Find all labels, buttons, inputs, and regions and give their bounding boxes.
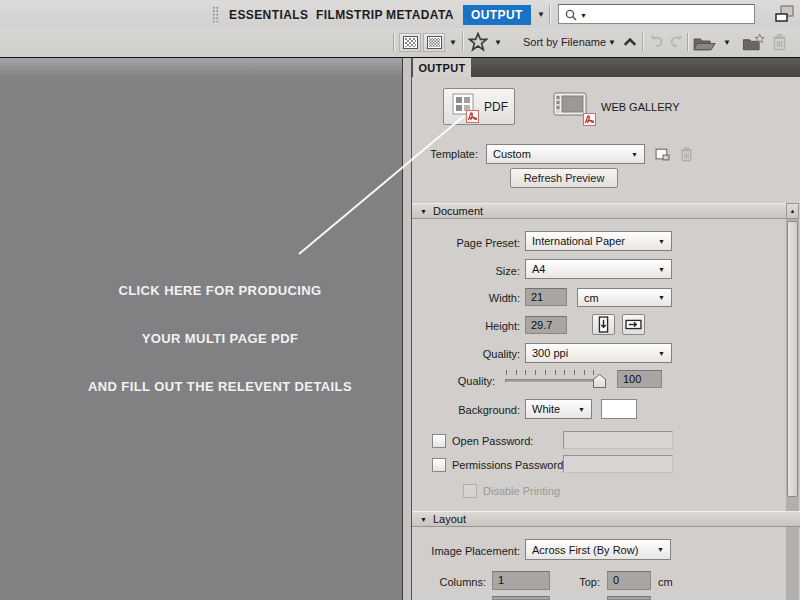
top-margin-input[interactable]: 0 bbox=[607, 571, 651, 590]
web-gallery-label[interactable]: WEB GALLERY bbox=[601, 101, 680, 113]
portrait-orientation-button[interactable] bbox=[592, 314, 615, 335]
document-section-title: Document bbox=[433, 205, 483, 217]
background-select[interactable]: White ▼ bbox=[525, 399, 592, 419]
instruction-line-2: YOUR MULTI PAGE PDF bbox=[40, 331, 400, 346]
separator bbox=[462, 33, 463, 51]
quality-slider-value[interactable]: 100 bbox=[617, 370, 662, 388]
chevron-down-icon: ▼ bbox=[658, 350, 671, 357]
save-template-icon[interactable] bbox=[655, 147, 670, 161]
width-unit-value: cm bbox=[578, 292, 658, 304]
size-value: A4 bbox=[526, 263, 658, 275]
chevron-down-icon: ▼ bbox=[657, 546, 670, 553]
open-password-input[interactable] bbox=[563, 431, 673, 449]
document-section-header[interactable]: ▼ Document bbox=[412, 203, 786, 219]
quality-slider-track[interactable] bbox=[505, 379, 605, 383]
image-placement-value: Across First (By Row) bbox=[526, 544, 657, 556]
top-margin-label: Top: bbox=[540, 576, 600, 588]
background-color-swatch[interactable] bbox=[601, 399, 637, 419]
instruction-line-3: AND FILL OUT THE RELEVENT DETAILS bbox=[40, 379, 400, 394]
output-panel-tab[interactable]: OUTPUT bbox=[413, 58, 471, 77]
disable-printing-label: Disable Printing bbox=[483, 485, 560, 497]
web-gallery-icon[interactable] bbox=[553, 92, 593, 122]
page-preset-label: Page Preset: bbox=[412, 237, 520, 249]
scroll-up-icon[interactable]: ▲ bbox=[786, 203, 799, 219]
layout-section-title: Layout bbox=[433, 513, 466, 525]
thumbnail-quality-icon[interactable] bbox=[399, 33, 421, 52]
tab-filmstrip[interactable]: FILMSTRIP bbox=[316, 8, 383, 22]
quality-ppi-label: Quality: bbox=[412, 348, 520, 360]
filter-rating-star-icon[interactable] bbox=[468, 32, 488, 52]
search-input[interactable]: ▼ bbox=[558, 4, 755, 24]
quality-ppi-value: 300 ppi bbox=[526, 347, 658, 359]
separator bbox=[549, 5, 550, 24]
compact-mode-icon[interactable] bbox=[775, 5, 795, 23]
image-placement-select[interactable]: Across First (By Row) ▼ bbox=[525, 539, 671, 560]
landscape-orientation-button[interactable] bbox=[622, 314, 645, 335]
separator bbox=[642, 33, 643, 51]
sort-chevron-down-icon[interactable]: ▼ bbox=[608, 39, 616, 47]
collapse-triangle-icon: ▼ bbox=[420, 516, 427, 523]
new-folder-icon[interactable] bbox=[742, 33, 765, 52]
quality-ppi-select[interactable]: 300 ppi ▼ bbox=[525, 343, 672, 363]
width-input[interactable]: 21 bbox=[525, 288, 567, 306]
height-label: Height: bbox=[412, 320, 520, 332]
cropped-bottom-input[interactable] bbox=[607, 596, 651, 600]
image-placement-label: Image Placement: bbox=[412, 545, 520, 557]
disable-printing-checkbox bbox=[463, 484, 477, 498]
tab-essentials[interactable]: ESSENTIALS bbox=[229, 8, 308, 22]
panel-splitter[interactable] bbox=[402, 57, 412, 600]
quality-chevron-down-icon[interactable]: ▼ bbox=[449, 39, 457, 47]
search-icon bbox=[564, 8, 578, 22]
content-header-gradient bbox=[0, 58, 402, 78]
tab-output[interactable]: OUTPUT bbox=[463, 5, 531, 25]
background-label: Background: bbox=[412, 404, 520, 416]
background-value: White bbox=[526, 403, 578, 415]
permissions-password-checkbox[interactable] bbox=[432, 458, 446, 472]
width-unit-select[interactable]: cm ▼ bbox=[577, 288, 672, 307]
search-chevron-down-icon[interactable]: ▼ bbox=[580, 12, 587, 19]
size-select[interactable]: A4 ▼ bbox=[525, 259, 672, 279]
page-preset-value: International Paper bbox=[526, 235, 658, 247]
permissions-password-input[interactable] bbox=[563, 455, 673, 473]
open-password-checkbox[interactable] bbox=[432, 434, 446, 448]
undo-icon[interactable] bbox=[648, 34, 665, 49]
chevron-down-icon: ▼ bbox=[658, 238, 671, 245]
acrobat-badge-icon bbox=[466, 110, 479, 123]
separator bbox=[687, 33, 688, 51]
workspace-chevron-down-icon[interactable]: ▼ bbox=[537, 11, 545, 19]
columns-label: Columns: bbox=[412, 576, 486, 588]
drag-grip-icon[interactable] bbox=[212, 6, 219, 22]
template-select[interactable]: Custom ▼ bbox=[486, 144, 645, 164]
size-label: Size: bbox=[412, 265, 520, 277]
permissions-password-label: Permissions Password: bbox=[452, 459, 566, 471]
delete-template-icon[interactable] bbox=[680, 146, 693, 162]
sort-ascending-icon[interactable] bbox=[623, 37, 637, 47]
preview-content-area bbox=[0, 57, 402, 600]
bridge-output-window: ESSENTIALS FILMSTRIP METADATA OUTPUT ▼ ▼ bbox=[0, 0, 800, 600]
instruction-line-1: CLICK HERE FOR PRODUCING bbox=[40, 283, 400, 298]
collapse-triangle-icon: ▼ bbox=[420, 208, 427, 215]
scrollbar-thumb[interactable] bbox=[787, 221, 798, 497]
rating-chevron-down-icon[interactable]: ▼ bbox=[494, 39, 502, 47]
open-recent-folder-icon[interactable] bbox=[693, 35, 718, 52]
chevron-down-icon: ▼ bbox=[658, 294, 671, 301]
chevron-down-icon: ▼ bbox=[658, 266, 671, 273]
pdf-output-button[interactable]: PDF bbox=[443, 88, 515, 125]
refresh-preview-button[interactable]: Refresh Preview bbox=[510, 168, 618, 188]
separator bbox=[393, 33, 394, 51]
folder-chevron-down-icon[interactable]: ▼ bbox=[723, 39, 731, 47]
preview-quality-icon[interactable] bbox=[423, 33, 445, 52]
layout-section-header[interactable]: ▼ Layout bbox=[412, 511, 800, 527]
height-input[interactable]: 29.7 bbox=[525, 316, 567, 334]
tab-metadata[interactable]: METADATA bbox=[386, 8, 454, 22]
cropped-rows-input[interactable] bbox=[492, 596, 550, 600]
slider-tick-marks bbox=[506, 370, 603, 375]
pdf-contact-sheet-icon bbox=[452, 93, 476, 119]
sort-by-label[interactable]: Sort by Filename bbox=[523, 36, 606, 48]
chevron-down-icon: ▼ bbox=[631, 151, 644, 158]
page-preset-select[interactable]: International Paper ▼ bbox=[525, 231, 672, 251]
redo-icon[interactable] bbox=[668, 34, 685, 49]
quality-slider-label: Quality: bbox=[412, 375, 495, 387]
width-label: Width: bbox=[412, 292, 520, 304]
delete-trash-icon[interactable] bbox=[772, 33, 787, 51]
